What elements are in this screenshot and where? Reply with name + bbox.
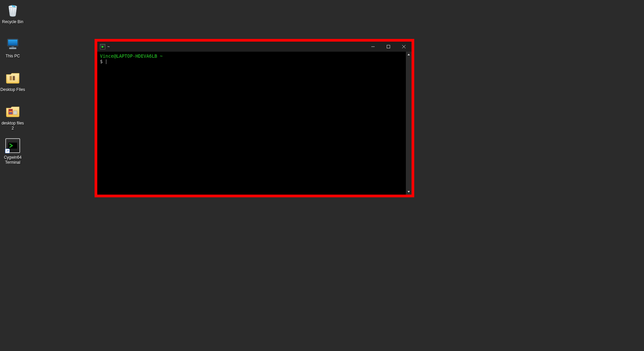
terminal-cursor [106,59,106,64]
svg-rect-6 [10,76,12,81]
scroll-up-icon[interactable] [406,52,412,57]
desktop-icon-label: This PC [6,54,20,59]
shortcut-arrow-icon: ↗ [5,149,10,153]
svg-rect-3 [12,46,14,47]
folder-icon [5,103,21,119]
prompt-symbol: $ [100,59,103,64]
svg-rect-9 [9,110,12,111]
recycle-bin-icon [5,2,21,18]
terminal-title: ~ [107,44,110,49]
folder-icon [5,70,21,86]
svg-rect-14 [387,45,390,48]
desktop-icon-this-pc[interactable]: This PC [0,36,25,59]
svg-rect-12 [13,111,17,114]
svg-rect-2 [8,40,17,46]
desktop-icon-label: Recycle Bin [2,19,23,24]
terminal-scrollbar[interactable] [406,52,412,195]
terminal-app-icon: ▶ [100,44,105,49]
minimize-button[interactable] [365,42,381,52]
close-button[interactable] [396,42,412,52]
cygwin-terminal-icon: ↗ [5,138,21,154]
svg-rect-10 [9,111,12,112]
prompt-path: ~ [160,53,163,59]
desktop-icon-label: desktop files 2 [0,121,25,131]
svg-rect-4 [9,48,16,49]
terminal-content[interactable]: Vince@LAPTOP-HDEVA6LB ~ $ [97,52,406,195]
this-pc-icon [5,36,21,52]
scroll-down-icon[interactable] [406,189,412,195]
svg-rect-11 [9,113,12,114]
maximize-button[interactable] [381,42,396,52]
terminal-body: Vince@LAPTOP-HDEVA6LB ~ $ [97,52,412,195]
desktop-icon-label: Cygwin64 Terminal [0,155,25,165]
desktop-icon-label: Desktop FIles [0,87,25,92]
desktop-icon-cygwin-terminal[interactable]: ↗ Cygwin64 Terminal [0,138,25,165]
svg-rect-7 [13,76,15,81]
desktop-icon-recycle-bin[interactable]: Recycle Bin [0,2,25,24]
terminal-titlebar[interactable]: ▶ ~ [97,42,412,52]
desktop-icon-desktop-files[interactable]: Desktop FIles [0,70,25,92]
prompt-user-host: Vince@LAPTOP-HDEVA6LB [100,53,157,59]
highlight-frame: ▶ ~ Vince@LAPTOP-HDEVA6LB ~ $ [95,39,414,197]
desktop-icon-desktop-files-2[interactable]: desktop files 2 [0,103,25,131]
terminal-window[interactable]: ▶ ~ Vince@LAPTOP-HDEVA6LB ~ $ [97,42,412,195]
